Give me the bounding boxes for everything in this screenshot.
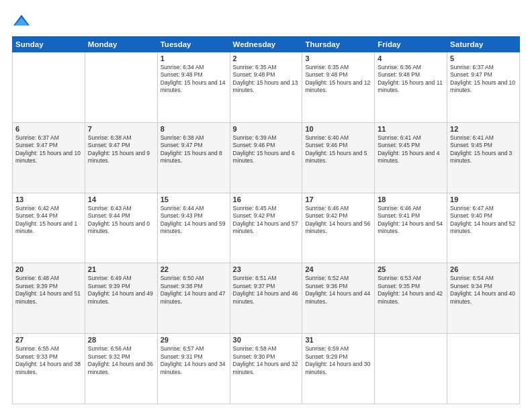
- header: [12, 12, 520, 31]
- day-number: 31: [305, 336, 371, 344]
- day-number: 17: [305, 195, 371, 203]
- day-number: 13: [15, 195, 82, 203]
- calendar-cell: 15Sunrise: 6:44 AMSunset: 9:43 PMDayligh…: [157, 193, 230, 263]
- cell-details: Sunrise: 6:35 AMSunset: 9:48 PMDaylight:…: [233, 64, 300, 95]
- calendar-cell: 22Sunrise: 6:50 AMSunset: 9:38 PMDayligh…: [157, 263, 230, 334]
- cell-details: Sunrise: 6:41 AMSunset: 9:45 PMDaylight:…: [450, 134, 517, 165]
- cell-details: Sunrise: 6:58 AMSunset: 9:30 PMDaylight:…: [233, 345, 300, 376]
- cell-details: Sunrise: 6:38 AMSunset: 9:47 PMDaylight:…: [161, 134, 227, 165]
- day-number: 22: [161, 265, 227, 273]
- calendar-cell: 11Sunrise: 6:41 AMSunset: 9:45 PMDayligh…: [375, 122, 447, 193]
- day-number: 16: [233, 195, 300, 203]
- page: SundayMondayTuesdayWednesdayThursdayFrid…: [0, 0, 532, 411]
- cell-details: Sunrise: 6:35 AMSunset: 9:48 PMDaylight:…: [305, 64, 371, 95]
- calendar-cell: 17Sunrise: 6:46 AMSunset: 9:42 PMDayligh…: [302, 193, 375, 263]
- cell-details: Sunrise: 6:51 AMSunset: 9:37 PMDaylight:…: [233, 275, 300, 306]
- cell-details: Sunrise: 6:55 AMSunset: 9:33 PMDaylight:…: [15, 345, 82, 376]
- calendar-cell: [375, 334, 447, 404]
- cell-details: Sunrise: 6:57 AMSunset: 9:31 PMDaylight:…: [161, 345, 227, 376]
- calendar-cell: 12Sunrise: 6:41 AMSunset: 9:45 PMDayligh…: [447, 122, 520, 193]
- calendar-cell: 19Sunrise: 6:47 AMSunset: 9:40 PMDayligh…: [447, 193, 520, 263]
- day-number: 11: [378, 125, 444, 133]
- day-number: 30: [233, 336, 300, 344]
- calendar-cell: 25Sunrise: 6:53 AMSunset: 9:35 PMDayligh…: [375, 263, 447, 334]
- day-number: 5: [450, 54, 517, 62]
- cell-details: Sunrise: 6:39 AMSunset: 9:46 PMDaylight:…: [233, 134, 300, 165]
- calendar-cell: 7Sunrise: 6:38 AMSunset: 9:47 PMDaylight…: [85, 122, 157, 193]
- cell-details: Sunrise: 6:52 AMSunset: 9:36 PMDaylight:…: [305, 275, 371, 306]
- calendar-cell: 14Sunrise: 6:43 AMSunset: 9:44 PMDayligh…: [85, 193, 157, 263]
- calendar-cell: 28Sunrise: 6:56 AMSunset: 9:32 PMDayligh…: [85, 334, 157, 404]
- day-number: 3: [305, 54, 371, 62]
- day-number: 14: [88, 195, 154, 203]
- calendar-cell: 31Sunrise: 6:59 AMSunset: 9:29 PMDayligh…: [302, 334, 375, 404]
- day-number: 24: [305, 265, 371, 273]
- cell-details: Sunrise: 6:49 AMSunset: 9:39 PMDaylight:…: [88, 275, 154, 306]
- cell-details: Sunrise: 6:46 AMSunset: 9:42 PMDaylight:…: [305, 205, 371, 236]
- calendar-cell: 30Sunrise: 6:58 AMSunset: 9:30 PMDayligh…: [230, 334, 302, 404]
- calendar-cell: 20Sunrise: 6:48 AMSunset: 9:39 PMDayligh…: [13, 263, 85, 334]
- calendar-week-row: 1Sunrise: 6:34 AMSunset: 9:48 PMDaylight…: [13, 52, 520, 123]
- weekday-header: Monday: [85, 37, 157, 52]
- day-number: 18: [378, 195, 444, 203]
- day-number: 9: [233, 125, 300, 133]
- day-number: 20: [15, 265, 82, 273]
- calendar-cell: [85, 52, 157, 123]
- cell-details: Sunrise: 6:37 AMSunset: 9:47 PMDaylight:…: [15, 134, 82, 165]
- weekday-header: Saturday: [447, 37, 520, 52]
- calendar-week-row: 6Sunrise: 6:37 AMSunset: 9:47 PMDaylight…: [13, 122, 520, 193]
- calendar-cell: 27Sunrise: 6:55 AMSunset: 9:33 PMDayligh…: [13, 334, 85, 404]
- cell-details: Sunrise: 6:37 AMSunset: 9:47 PMDaylight:…: [450, 64, 517, 95]
- calendar-cell: 21Sunrise: 6:49 AMSunset: 9:39 PMDayligh…: [85, 263, 157, 334]
- calendar-cell: 18Sunrise: 6:46 AMSunset: 9:41 PMDayligh…: [375, 193, 447, 263]
- day-number: 19: [450, 195, 517, 203]
- cell-details: Sunrise: 6:48 AMSunset: 9:39 PMDaylight:…: [15, 275, 82, 306]
- day-number: 6: [15, 125, 82, 133]
- calendar-cell: 6Sunrise: 6:37 AMSunset: 9:47 PMDaylight…: [13, 122, 85, 193]
- day-number: 29: [161, 336, 227, 344]
- calendar-cell: 23Sunrise: 6:51 AMSunset: 9:37 PMDayligh…: [230, 263, 302, 334]
- cell-details: Sunrise: 6:36 AMSunset: 9:48 PMDaylight:…: [378, 64, 444, 95]
- weekday-header: Thursday: [302, 37, 375, 52]
- calendar-cell: 24Sunrise: 6:52 AMSunset: 9:36 PMDayligh…: [302, 263, 375, 334]
- calendar-cell: 9Sunrise: 6:39 AMSunset: 9:46 PMDaylight…: [230, 122, 302, 193]
- logo-icon: [12, 12, 31, 31]
- day-number: 26: [450, 265, 517, 273]
- weekday-header: Tuesday: [157, 37, 230, 52]
- day-number: 8: [161, 125, 227, 133]
- calendar-cell: 4Sunrise: 6:36 AMSunset: 9:48 PMDaylight…: [375, 52, 447, 123]
- day-number: 10: [305, 125, 371, 133]
- calendar-cell: 3Sunrise: 6:35 AMSunset: 9:48 PMDaylight…: [302, 52, 375, 123]
- cell-details: Sunrise: 6:46 AMSunset: 9:41 PMDaylight:…: [378, 205, 444, 236]
- calendar-week-row: 27Sunrise: 6:55 AMSunset: 9:33 PMDayligh…: [13, 334, 520, 404]
- weekday-header: Sunday: [13, 37, 85, 52]
- calendar-cell: 8Sunrise: 6:38 AMSunset: 9:47 PMDaylight…: [157, 122, 230, 193]
- calendar-cell: 5Sunrise: 6:37 AMSunset: 9:47 PMDaylight…: [447, 52, 520, 123]
- day-number: 25: [378, 265, 444, 273]
- calendar-cell: 10Sunrise: 6:40 AMSunset: 9:46 PMDayligh…: [302, 122, 375, 193]
- cell-details: Sunrise: 6:44 AMSunset: 9:43 PMDaylight:…: [161, 205, 227, 236]
- logo: [12, 12, 34, 31]
- day-number: 21: [88, 265, 154, 273]
- cell-details: Sunrise: 6:54 AMSunset: 9:34 PMDaylight:…: [450, 275, 517, 306]
- weekday-header: Wednesday: [230, 37, 302, 52]
- calendar-cell: 2Sunrise: 6:35 AMSunset: 9:48 PMDaylight…: [230, 52, 302, 123]
- cell-details: Sunrise: 6:45 AMSunset: 9:42 PMDaylight:…: [233, 205, 300, 236]
- cell-details: Sunrise: 6:40 AMSunset: 9:46 PMDaylight:…: [305, 134, 371, 165]
- cell-details: Sunrise: 6:42 AMSunset: 9:44 PMDaylight:…: [15, 205, 82, 236]
- cell-details: Sunrise: 6:56 AMSunset: 9:32 PMDaylight:…: [88, 345, 154, 376]
- calendar-cell: 26Sunrise: 6:54 AMSunset: 9:34 PMDayligh…: [447, 263, 520, 334]
- day-number: 7: [88, 125, 154, 133]
- day-number: 27: [15, 336, 82, 344]
- weekday-header-row: SundayMondayTuesdayWednesdayThursdayFrid…: [13, 37, 520, 52]
- calendar-cell: [447, 334, 520, 404]
- cell-details: Sunrise: 6:43 AMSunset: 9:44 PMDaylight:…: [88, 205, 154, 236]
- calendar-cell: 29Sunrise: 6:57 AMSunset: 9:31 PMDayligh…: [157, 334, 230, 404]
- cell-details: Sunrise: 6:34 AMSunset: 9:48 PMDaylight:…: [161, 64, 227, 95]
- day-number: 4: [378, 54, 444, 62]
- day-number: 1: [161, 54, 227, 62]
- cell-details: Sunrise: 6:41 AMSunset: 9:45 PMDaylight:…: [378, 134, 444, 165]
- calendar-week-row: 20Sunrise: 6:48 AMSunset: 9:39 PMDayligh…: [13, 263, 520, 334]
- day-number: 23: [233, 265, 300, 273]
- cell-details: Sunrise: 6:38 AMSunset: 9:47 PMDaylight:…: [88, 134, 154, 165]
